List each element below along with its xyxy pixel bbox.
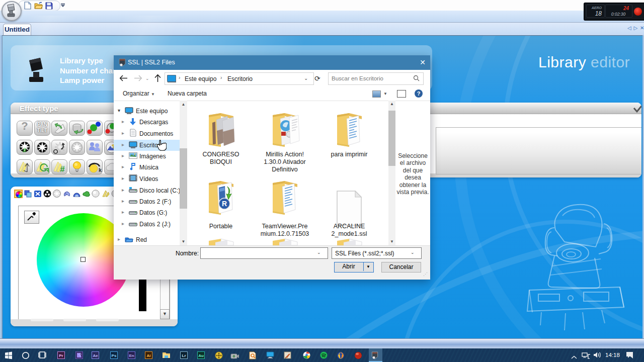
svg-text:#: # — [60, 164, 65, 174]
svg-text:#: # — [23, 146, 27, 154]
svg-text:k: k — [99, 167, 102, 173]
svg-text:R: R — [222, 200, 227, 208]
